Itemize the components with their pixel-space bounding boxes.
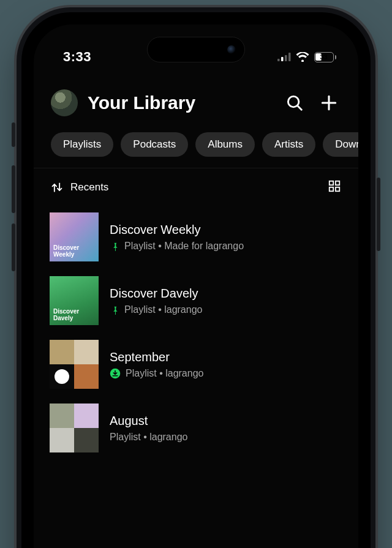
svg-rect-1 bbox=[281, 57, 284, 61]
chip-podcasts[interactable]: Podcasts bbox=[121, 132, 188, 157]
svg-line-5 bbox=[298, 106, 302, 110]
item-subtitle: Playlist • Made for lagrango bbox=[110, 241, 244, 252]
status-time: 3:33 bbox=[63, 49, 91, 65]
sort-icon bbox=[51, 181, 63, 193]
library-list: Discover Weekly Playlist • Made for lagr… bbox=[34, 199, 358, 460]
svg-rect-11 bbox=[336, 187, 339, 191]
chip-albums[interactable]: Albums bbox=[195, 132, 255, 157]
chip-artists[interactable]: Artists bbox=[262, 132, 315, 157]
search-icon bbox=[285, 94, 304, 112]
pin-icon bbox=[110, 241, 119, 251]
playlist-cover bbox=[50, 403, 99, 452]
svg-rect-9 bbox=[336, 181, 339, 185]
chip-playlists[interactable]: Playlists bbox=[51, 132, 113, 157]
svg-rect-0 bbox=[277, 59, 280, 61]
svg-rect-3 bbox=[288, 53, 291, 61]
dynamic-island bbox=[147, 37, 245, 62]
list-item[interactable]: August Playlist • lagrango bbox=[45, 396, 347, 460]
power-button bbox=[377, 178, 380, 251]
list-item[interactable]: Discover Davely Playlist • lagrango bbox=[45, 269, 347, 332]
plus-icon bbox=[319, 93, 339, 113]
battery-indicator: 33 bbox=[314, 52, 337, 62]
svg-rect-10 bbox=[330, 187, 333, 191]
sort-button[interactable]: Recents bbox=[51, 181, 108, 193]
list-item[interactable]: Discover Weekly Playlist • Made for lagr… bbox=[45, 205, 347, 269]
grid-icon bbox=[328, 179, 341, 193]
item-subtitle: Playlist • lagrango bbox=[110, 432, 187, 443]
playlist-cover bbox=[50, 276, 99, 325]
filter-chips: Playlists Podcasts Albums Artists Downlo… bbox=[34, 122, 358, 168]
chip-downloaded[interactable]: Downloaded bbox=[323, 132, 358, 157]
playlist-cover bbox=[50, 340, 99, 389]
volume-down-button bbox=[12, 223, 15, 271]
add-button[interactable] bbox=[317, 91, 341, 115]
item-title: September bbox=[110, 350, 203, 364]
status-indicators: 33 bbox=[277, 52, 337, 62]
page-title: Your Library bbox=[88, 92, 273, 113]
item-title: Discover Weekly bbox=[110, 223, 244, 237]
screen: 3:33 33 bbox=[34, 24, 358, 548]
library-header: Your Library bbox=[34, 72, 358, 122]
playlist-cover bbox=[50, 212, 99, 261]
item-title: August bbox=[110, 414, 187, 428]
item-subtitle: Playlist • lagrango bbox=[110, 304, 202, 315]
item-title: Discover Davely bbox=[110, 287, 202, 301]
svg-rect-2 bbox=[285, 55, 287, 61]
side-button bbox=[12, 122, 15, 147]
sort-label: Recents bbox=[70, 181, 108, 193]
download-icon bbox=[110, 368, 121, 379]
battery-percent: 33 bbox=[320, 53, 327, 61]
avatar[interactable] bbox=[51, 89, 78, 116]
svg-rect-8 bbox=[330, 181, 333, 185]
sort-row: Recents bbox=[34, 168, 358, 199]
volume-up-button bbox=[12, 165, 15, 213]
cellular-icon bbox=[277, 53, 291, 61]
search-button[interactable] bbox=[282, 91, 307, 115]
item-subtitle: Playlist • lagrango bbox=[110, 368, 203, 379]
view-toggle-button[interactable] bbox=[328, 179, 341, 195]
wifi-icon bbox=[296, 52, 309, 62]
pin-icon bbox=[110, 305, 119, 315]
phone-frame: 3:33 33 bbox=[21, 12, 371, 548]
list-item[interactable]: September Playlist • lagrango bbox=[45, 332, 347, 396]
